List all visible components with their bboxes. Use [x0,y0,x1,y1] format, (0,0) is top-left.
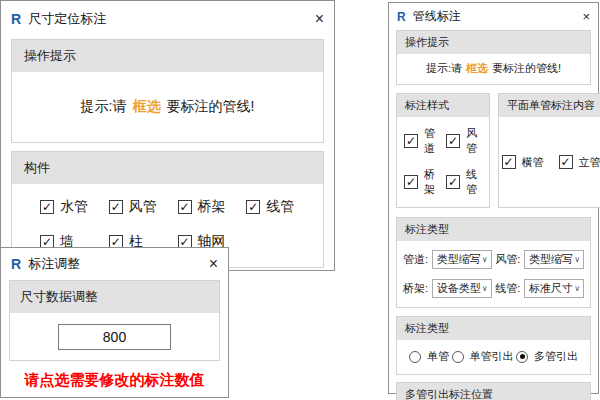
hint-text: 提示:请 框选 要标注的管线! [397,54,590,84]
hint-group: 操作提示 提示:请 框选 要标注的管线! [11,39,324,143]
check-icon: ✓ [42,201,52,213]
close-icon[interactable]: × [582,10,590,23]
plan-checkbox-row: ✓ 横管 ✓ 立管 [499,117,600,207]
dialog-title: 标注调整 [28,255,80,273]
titlebar[interactable]: R 尺寸定位标注 × [1,1,334,37]
checkbox-label: 桥架 [198,198,226,216]
dropdown-label-tray: 桥架: [403,281,428,296]
check-icon: ✓ [406,135,416,147]
radio-label: 多管引出 [534,349,578,364]
group-header-plan-content: 平面单管标注内容 [499,94,600,117]
dropdown-tray-type[interactable]: 设备类型 ∨ [432,279,492,298]
group-header-components: 构件 [12,152,323,184]
group-header-style: 标注样式 [397,94,489,117]
radio-icon [452,351,464,363]
check-icon: ✓ [111,201,121,213]
checkbox-riser[interactable]: ✓ 立管 [559,155,600,170]
checkbox-cable-tray[interactable]: ✓ 桥架 [178,198,247,216]
dimension-value-input[interactable] [58,324,171,350]
dialog-pipeline-annotation: R 管线标注 × 操作提示 提示:请 框选 要标注的管线! 标注样式 ✓ 管道 [388,2,599,394]
checkbox-pipe[interactable]: ✓ 管道 [404,126,442,156]
checkbox-box: ✓ [404,175,418,189]
checkbox-label: 桥架 [424,167,442,197]
style-checkbox-grid: ✓ 管道 ✓ 风管 ✓ 桥架 ✓ 线管 [397,117,489,207]
titlebar[interactable]: R 标注调整 × [1,248,228,280]
checkbox-box: ✓ [559,155,573,169]
type-dropdown-grid: 管道: 类型缩写 ∨ 风管: 类型缩写 ∨ 桥架: 设备类型 ∨ 线管: 标准尺… [397,241,590,307]
check-icon: ✓ [179,201,189,213]
group-header-hint: 操作提示 [397,31,590,54]
checkbox-duct[interactable]: ✓ 风管 [446,126,484,156]
dimension-data-group: 尺寸数据调整 [9,280,220,361]
dialog-title: 管线标注 [413,8,461,25]
leader-position-group: 多管引出标注位置 左 右 [396,382,591,400]
hint-highlight: 框选 [466,61,488,76]
group-header-type: 标注类型 [397,218,590,241]
hint-prefix: 提示:请 [81,98,127,116]
group-header-mode: 标注类型 [397,317,590,340]
radio-single-pipe-leader[interactable]: 单管引出 [452,349,514,364]
dropdown-duct-type[interactable]: 类型缩写 ∨ [524,250,584,269]
dropdown-label-conduit: 线管: [495,281,520,296]
dropdown-pipe-type[interactable]: 类型缩写 ∨ [432,250,492,269]
annotation-style-group: 标注样式 ✓ 管道 ✓ 风管 ✓ 桥架 ✓ [396,93,490,208]
mode-radio-row: 单管 单管引出 多管引出 [397,340,590,374]
checkbox-box: ✓ [446,134,460,148]
checkbox-box: ✓ [404,134,418,148]
radio-icon [516,351,528,363]
chevron-down-icon: ∨ [574,256,580,264]
checkbox-box: ✓ [502,155,516,169]
dropdown-label-duct: 风管: [495,252,520,267]
dropdown-conduit-type[interactable]: 标准尺寸 ∨ [524,279,584,298]
hint-highlight: 框选 [133,98,161,116]
dialog-title: 尺寸定位标注 [28,10,106,28]
plan-single-pipe-group: 平面单管标注内容 ✓ 横管 ✓ 立管 [498,93,600,208]
group-header-position: 多管引出标注位置 [397,383,590,400]
checkbox-label: 横管 [522,155,544,170]
hint-text: 提示:请 框选 要标注的管线! [12,72,323,142]
checkbox-horizontal-pipe[interactable]: ✓ 横管 [502,155,544,170]
revit-logo-icon: R [11,257,21,271]
hint-suffix: 要标注的管线! [167,98,255,116]
checkbox-label: 风管 [129,198,157,216]
value-input-row [10,313,219,360]
check-icon: ✓ [560,156,570,168]
check-icon: ✓ [448,176,458,188]
checkbox-box: ✓ [446,175,460,189]
dropdown-value: 标准尺寸 [529,281,573,296]
check-icon: ✓ [406,176,416,188]
chevron-down-icon: ∨ [482,256,488,264]
radio-single-pipe[interactable]: 单管 [409,349,449,364]
close-icon[interactable]: × [209,256,218,272]
check-icon: ✓ [503,156,513,168]
checkbox-air-duct[interactable]: ✓ 风管 [109,198,178,216]
radio-label: 单管 [427,349,449,364]
checkbox-box: ✓ [246,200,260,214]
radio-label: 单管引出 [470,349,514,364]
titlebar[interactable]: R 管线标注 × [389,3,598,30]
revit-logo-icon: R [11,12,21,26]
group-header-dimension-data: 尺寸数据调整 [10,281,219,313]
checkbox-water-pipe[interactable]: ✓ 水管 [40,198,109,216]
checkbox-box: ✓ [40,200,54,214]
checkbox-box: ✓ [109,200,123,214]
checkbox-label: 管道 [424,126,442,156]
checkbox-tray[interactable]: ✓ 桥架 [404,167,442,197]
checkbox-wire-conduit[interactable]: ✓ 线管 [246,198,315,216]
dialog-annotation-adjust: R 标注调整 × 尺寸数据调整 请点选需要修改的标注数值 [0,247,229,398]
hint-suffix: 要标注的管线! [492,61,561,76]
dropdown-value: 类型缩写 [529,252,573,267]
dropdown-value: 类型缩写 [437,252,481,267]
check-icon: ✓ [248,201,258,213]
radio-multi-pipe-leader[interactable]: 多管引出 [516,349,578,364]
hint-group: 操作提示 提示:请 框选 要标注的管线! [396,30,591,85]
checkbox-label: 线管 [266,198,294,216]
checkbox-label: 立管 [579,155,600,170]
revit-logo-icon: R [397,11,406,23]
radio-icon [409,351,421,363]
dialog-dimension-positioning: R 尺寸定位标注 × 操作提示 提示:请 框选 要标注的管线! 构件 ✓ 水管 … [0,0,335,271]
checkbox-conduit[interactable]: ✓ 线管 [446,167,484,197]
checkbox-label: 线管 [466,167,484,197]
checkbox-label: 风管 [466,126,484,156]
close-icon[interactable]: × [315,11,324,27]
